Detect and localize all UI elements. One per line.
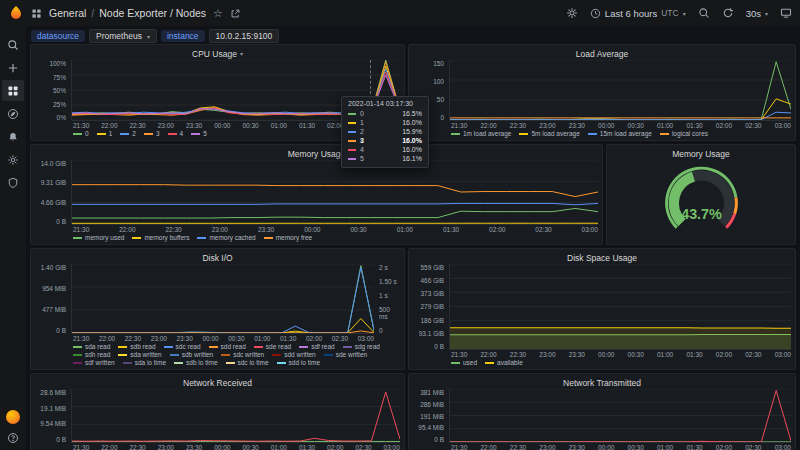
star-icon[interactable]: ☆ — [213, 7, 223, 20]
disk-io-chart[interactable] — [71, 264, 374, 334]
legend-item[interactable]: 1 — [97, 130, 113, 138]
legend-item[interactable]: sdg read — [343, 343, 380, 351]
legend-item[interactable]: memory cached — [197, 234, 255, 242]
tv-mode-icon[interactable] — [780, 7, 792, 19]
panel-header-disk-io[interactable]: Disk I/O — [35, 251, 400, 264]
tick-label: 01:00 — [657, 350, 673, 359]
tick-label: 50% — [53, 87, 66, 94]
panel-header-cpu[interactable]: CPU Usage ▾ — [35, 47, 400, 60]
legend-item[interactable]: sda read — [73, 343, 110, 351]
grafana-logo[interactable] — [8, 5, 24, 21]
tick-label: 373 GiB — [421, 290, 445, 297]
top-navigation: General / Node Exporter / Nodes ☆ Last 6… — [0, 0, 800, 26]
tick-label: 01:30 — [686, 121, 702, 130]
tick-label: 22:30 — [129, 121, 145, 130]
legend-item[interactable]: 2 — [120, 130, 136, 138]
legend-item[interactable]: memory buffers — [132, 234, 189, 242]
tick-label: 14.0 GiB — [41, 160, 66, 167]
load-average-chart[interactable] — [449, 60, 791, 121]
tick-label: 00:30 — [228, 334, 244, 343]
legend-item[interactable]: sde read — [254, 343, 291, 351]
legend-item[interactable]: sdd io time — [277, 359, 320, 367]
sidebar-create-plus-icon[interactable] — [2, 57, 24, 78]
legend-item[interactable]: sdh read — [73, 351, 110, 359]
legend-item[interactable]: 5m load average — [519, 130, 579, 138]
share-icon[interactable] — [230, 8, 241, 19]
tooltip-rows: 016.5%116.0%215.9%316.0%416.0%516.1% — [348, 109, 422, 163]
legend-item[interactable]: 0 — [73, 130, 89, 138]
sidebar-alerting-bell-icon[interactable] — [2, 126, 24, 147]
panel-header-load[interactable]: Load Average — [413, 47, 791, 60]
legend-item[interactable]: sdb read — [118, 343, 155, 351]
breadcrumb-folder[interactable]: General — [49, 7, 86, 19]
legend-item[interactable]: sdd read — [209, 343, 246, 351]
panel-header-disk-space[interactable]: Disk Space Usage — [413, 251, 791, 264]
y-axis: 559 GiB466 GiB373 GiB279 GiB186 GiB93.1 … — [413, 264, 449, 350]
legend-item[interactable]: sdf read — [299, 343, 335, 351]
dashboard-title[interactable]: Node Exporter / Nodes — [99, 7, 206, 19]
dashboard-variables: datasource Prometheus ▾ instance 10.0.2.… — [31, 29, 279, 43]
y-axis: 14.0 GiB9.31 GiB4.66 GiB0 B — [35, 160, 71, 225]
sidebar-search-icon[interactable] — [2, 34, 24, 55]
legend-item[interactable]: sdf written — [73, 359, 115, 367]
network-received-chart[interactable] — [71, 389, 400, 443]
memory-usage-chart[interactable] — [71, 160, 598, 225]
tick-label: 28.6 MiB — [40, 389, 66, 396]
legend-item[interactable]: sdc read — [164, 343, 201, 351]
sidebar-explore-compass-icon[interactable] — [2, 103, 24, 124]
tick-label: 03:00 — [775, 350, 791, 359]
tick-label: 4.66 GiB — [41, 199, 66, 206]
legend-item[interactable]: memory used — [73, 234, 124, 242]
tick-label: 22:30 — [510, 443, 526, 450]
tick-label: 75% — [53, 74, 66, 81]
legend-item[interactable]: 1m load average — [451, 130, 511, 138]
tick-label: 466 GiB — [421, 277, 445, 284]
tick-label: 23:00 — [158, 443, 174, 450]
legend-item[interactable]: memory free — [264, 234, 312, 242]
sidebar-configuration-gear-icon[interactable] — [2, 149, 24, 170]
legend-item[interactable]: 5 — [191, 130, 207, 138]
panel-header-memory-gauge[interactable]: Memory Usage — [611, 147, 791, 160]
legend-item[interactable]: sda io time — [123, 359, 166, 367]
disk-space-chart[interactable] — [449, 264, 791, 350]
instance-select[interactable]: 10.0.2.15:9100 — [209, 29, 280, 43]
legend-item[interactable]: logical cores — [660, 130, 708, 138]
refresh-interval-picker[interactable]: 30s ▾ — [746, 8, 768, 19]
legend-item[interactable]: sdc written — [221, 351, 264, 359]
legend-item[interactable]: 15m load average — [588, 130, 652, 138]
variable-label-instance: instance — [161, 30, 205, 42]
refresh-icon[interactable] — [722, 7, 734, 19]
legend-item[interactable]: sde written — [324, 351, 367, 359]
dashboard-settings-gear-icon[interactable] — [566, 7, 578, 19]
user-avatar[interactable] — [6, 410, 20, 424]
tick-label: 00:00 — [214, 443, 230, 450]
legend-item[interactable]: used — [451, 359, 477, 367]
tick-label: 01:30 — [299, 121, 315, 130]
datasource-select[interactable]: Prometheus ▾ — [89, 29, 157, 43]
help-icon[interactable] — [7, 432, 19, 444]
panel-header-memory[interactable]: Memory Usage — [35, 147, 598, 160]
legend-item[interactable]: 4 — [168, 130, 184, 138]
legend-item[interactable]: available — [485, 359, 523, 367]
chevron-down-icon: ▾ — [147, 33, 150, 40]
variable-label-datasource: datasource — [31, 30, 85, 42]
panel-header-net-tx[interactable]: Network Transmitted — [413, 376, 791, 389]
tick-label: 02:00 — [716, 121, 732, 130]
panel-header-net-rx[interactable]: Network Received — [35, 376, 400, 389]
sidebar-server-admin-shield-icon[interactable] — [2, 172, 24, 193]
legend-item[interactable]: sda written — [118, 351, 161, 359]
network-transmitted-chart[interactable] — [449, 389, 791, 443]
y-axis: 28.6 MiB19.1 MiB9.54 MiB0 B — [35, 389, 71, 443]
sidebar-dashboards-icon[interactable] — [2, 80, 24, 101]
zoom-out-icon[interactable] — [698, 7, 710, 19]
breadcrumb: General / Node Exporter / Nodes — [49, 7, 206, 19]
legend-item[interactable]: sdb written — [170, 351, 213, 359]
x-axis: 21:3022:0022:3023:0023:3000:0000:3001:00… — [73, 225, 598, 234]
legend-item[interactable]: sdd written — [272, 351, 315, 359]
legend-item[interactable]: sdc io time — [226, 359, 269, 367]
legend-item[interactable]: sdb io time — [174, 359, 217, 367]
dashboard-icon — [31, 8, 42, 19]
tick-label: 21:30 — [73, 334, 89, 343]
time-range-picker[interactable]: Last 6 hours UTC ▾ — [590, 8, 686, 19]
legend-item[interactable]: 3 — [144, 130, 160, 138]
